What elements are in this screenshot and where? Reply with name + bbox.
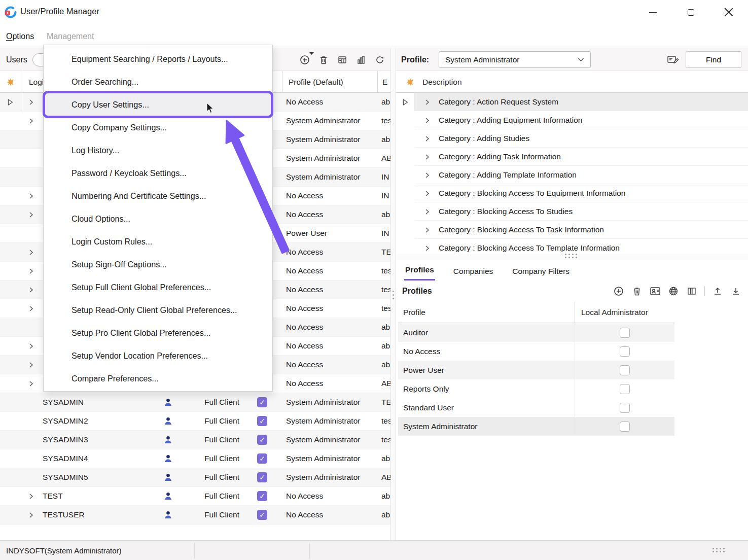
menu-item-setup-sign-off-captions[interactable]: Setup Sign-Off Captions... [44, 253, 272, 276]
maximize-button[interactable] [679, 1, 702, 24]
expand-chevron-icon[interactable] [23, 187, 39, 205]
expand-chevron-icon[interactable] [421, 166, 433, 184]
user-row[interactable]: TEST Full Client No Access ab [0, 487, 390, 506]
expand-chevron-icon[interactable] [23, 243, 39, 261]
profile-row[interactable]: No Access [398, 342, 674, 361]
expand-chevron-icon[interactable] [421, 221, 433, 239]
delete-profile-button[interactable] [631, 286, 643, 297]
column-header-local-administrator[interactable]: Local Administrator [575, 302, 674, 323]
user-row[interactable]: SYSADMIN4 Full Client System Administrat… [0, 449, 390, 468]
expand-chevron-icon[interactable] [421, 184, 433, 202]
add-profile-button[interactable] [613, 286, 624, 297]
expand-chevron-icon[interactable] [421, 239, 433, 254]
profile-row[interactable]: Reports Only [398, 379, 674, 398]
checkbox[interactable] [257, 435, 267, 445]
expand-chevron-icon[interactable] [23, 205, 39, 224]
checkbox[interactable] [257, 491, 267, 501]
menu-options[interactable]: Options [6, 24, 34, 48]
local-admin-cell[interactable] [575, 361, 674, 379]
expand-chevron-icon[interactable] [23, 299, 39, 318]
menu-item-compare-preferences[interactable]: Compare Preferences... [44, 367, 272, 390]
category-row[interactable]: Category : Blocking Access To Equipment … [396, 184, 748, 202]
expand-chevron-icon[interactable] [23, 281, 39, 299]
category-row[interactable]: Category : Blocking Access To Template I… [396, 239, 748, 254]
checkbox[interactable] [257, 397, 267, 407]
menu-item-log-history[interactable]: Log History... [44, 139, 272, 162]
expand-chevron-icon[interactable] [23, 112, 39, 130]
tab-company-filters[interactable]: Company Filters [511, 267, 571, 281]
expand-chevron-icon[interactable] [23, 487, 39, 505]
menu-item-setup-vendor-location-preferences[interactable]: Setup Vendor Location Preferences... [44, 344, 272, 367]
horizontal-splitter[interactable] [396, 254, 748, 260]
category-row[interactable]: Category : Adding Task Information [396, 148, 748, 166]
local-admin-checkbox[interactable] [620, 422, 630, 432]
menu-item-copy-user-settings[interactable]: Copy User Settings... [44, 93, 272, 116]
category-row[interactable]: Category : Adding Template Information [396, 166, 748, 184]
expand-chevron-icon[interactable] [23, 337, 39, 355]
tab-profiles[interactable]: Profiles [404, 265, 435, 281]
local-admin-cell[interactable] [575, 398, 674, 417]
globe-button[interactable] [668, 286, 679, 297]
expand-chevron-icon[interactable] [23, 93, 39, 111]
menu-item-equipment-searching-reports-layouts[interactable]: Equipment Searching / Reports / Layouts.… [44, 48, 272, 71]
chart-button[interactable] [355, 54, 367, 65]
local-admin-cell[interactable] [575, 417, 674, 436]
enabled-checkbox[interactable] [243, 506, 281, 524]
checkbox[interactable] [257, 510, 267, 520]
menu-item-setup-pro-client-global-preferences[interactable]: Setup Pro Client Global Preferences... [44, 322, 272, 344]
export-button[interactable] [712, 286, 723, 297]
profile-dropdown[interactable]: System Administrator [439, 51, 591, 68]
column-header-profile-default[interactable]: Profile (Default) [282, 71, 377, 93]
enabled-checkbox[interactable] [243, 431, 281, 449]
local-admin-checkbox[interactable] [620, 328, 630, 338]
checkbox[interactable] [257, 453, 267, 464]
user-row[interactable]: SYSADMIN Full Client System Administrato… [0, 393, 390, 412]
expand-chevron-icon[interactable] [23, 374, 39, 393]
delete-user-button[interactable] [318, 54, 329, 65]
menu-item-setup-full-client-global-preferences[interactable]: Setup Full Client Global Preferences... [44, 276, 272, 299]
expand-chevron-icon[interactable] [421, 202, 433, 221]
user-row[interactable]: SYSADMIN3 Full Client System Administrat… [0, 431, 390, 449]
minimize-button[interactable] [641, 1, 664, 24]
menu-item-setup-read-only-client-global-preferences[interactable]: Setup Read-Only Client Global Preference… [44, 299, 272, 322]
profile-row[interactable]: Standard User [398, 398, 674, 417]
menu-item-numbering-and-certificate-settings[interactable]: Numbering And Certificate Settings... [44, 185, 272, 207]
category-row[interactable]: Category : Action Request System [396, 93, 748, 111]
user-row[interactable]: SYSADMIN5 Full Client System Administrat… [0, 468, 390, 487]
grid-settings-sun-icon[interactable] [403, 71, 417, 93]
user-row[interactable]: TESTUSER Full Client No Access ab [0, 506, 390, 524]
column-header-profile[interactable]: Profile [403, 302, 425, 323]
category-row[interactable]: Category : Adding Studies [396, 129, 748, 148]
import-button[interactable] [730, 286, 741, 297]
column-header-extra[interactable]: E [377, 71, 390, 93]
find-button[interactable]: Find [686, 51, 741, 68]
resize-grip[interactable] [713, 548, 727, 554]
local-admin-checkbox[interactable] [620, 346, 630, 357]
menu-item-cloud-options[interactable]: Cloud Options... [44, 207, 272, 230]
close-button[interactable] [717, 1, 740, 24]
expand-chevron-icon[interactable] [23, 356, 39, 374]
profile-row[interactable]: Auditor [398, 323, 674, 342]
menu-item-password-keycloak-settings[interactable]: Password / Keycloak Settings... [44, 162, 272, 185]
local-admin-cell[interactable] [575, 342, 674, 361]
category-row[interactable]: Category : Adding Equipment Information [396, 111, 748, 129]
grid-settings-sun-icon[interactable] [0, 71, 21, 93]
refresh-button[interactable] [374, 54, 385, 65]
enabled-checkbox[interactable] [243, 449, 281, 468]
edit-profile-icon[interactable] [666, 54, 681, 65]
checkbox[interactable] [257, 416, 267, 426]
panel-splitter[interactable] [390, 48, 396, 540]
expand-chevron-icon[interactable] [23, 262, 39, 280]
tab-companies[interactable]: Companies [452, 267, 494, 281]
category-row[interactable]: Category : Blocking Access To Task Infor… [396, 221, 748, 239]
profile-row[interactable]: Power User [398, 361, 674, 379]
columns-button[interactable] [686, 286, 697, 297]
local-admin-checkbox[interactable] [620, 403, 630, 413]
expand-chevron-icon[interactable] [421, 93, 433, 111]
local-admin-cell[interactable] [575, 323, 674, 342]
enabled-checkbox[interactable] [243, 393, 281, 411]
profile-row[interactable]: System Administrator [398, 417, 674, 436]
user-row[interactable]: SYSADMIN2 Full Client System Administrat… [0, 412, 390, 431]
enabled-checkbox[interactable] [243, 412, 281, 430]
menu-item-copy-company-settings[interactable]: Copy Company Settings... [44, 116, 272, 139]
